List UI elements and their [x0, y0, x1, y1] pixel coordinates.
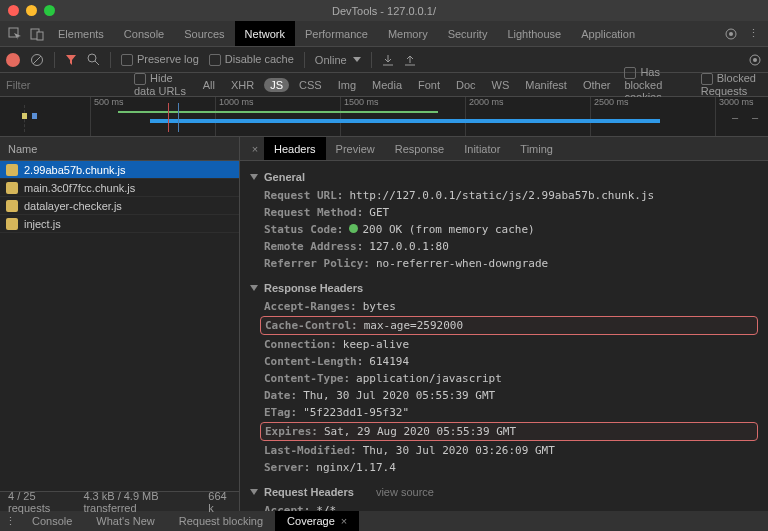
- filter-type-other[interactable]: Other: [577, 78, 617, 92]
- view-source-link[interactable]: view source: [376, 486, 434, 498]
- disable-cache-checkbox[interactable]: Disable cache: [209, 53, 294, 66]
- main-tabs-row: ElementsConsoleSourcesNetworkPerformance…: [0, 21, 768, 47]
- tab-performance[interactable]: Performance: [295, 21, 378, 46]
- tab-elements[interactable]: Elements: [48, 21, 114, 46]
- header-row: ETag:"5f223dd1-95f32": [240, 404, 768, 421]
- settings-gear-icon[interactable]: [720, 21, 742, 46]
- filter-input[interactable]: [6, 79, 126, 91]
- tab-sources[interactable]: Sources: [174, 21, 234, 46]
- drawer-tab-console[interactable]: Console: [20, 511, 84, 531]
- inspect-element-icon[interactable]: [4, 21, 26, 46]
- import-har-icon[interactable]: [382, 54, 394, 66]
- close-drawer-tab-icon[interactable]: ×: [341, 515, 347, 527]
- preserve-log-checkbox[interactable]: Preserve log: [121, 53, 199, 66]
- status-transferred: 4.3 kB / 4.9 MB transferred: [83, 490, 194, 514]
- timeline-tick: 1500 ms: [340, 97, 379, 136]
- request-row[interactable]: inject.js: [0, 215, 239, 233]
- header-row: Cache-Control:max-age=2592000: [260, 316, 758, 335]
- request-row[interactable]: 2.99aba57b.chunk.js: [0, 161, 239, 179]
- export-har-icon[interactable]: [404, 54, 416, 66]
- header-row: Content-Type:application/javascript: [240, 370, 768, 387]
- file-name: main.3c0f7fcc.chunk.js: [24, 182, 135, 194]
- header-row: Referrer Policy:no-referrer-when-downgra…: [240, 255, 768, 272]
- section-header[interactable]: General: [240, 167, 768, 187]
- svg-line-8: [95, 61, 99, 65]
- clear-icon[interactable]: [30, 53, 44, 67]
- filter-type-all[interactable]: All: [197, 78, 221, 92]
- svg-point-10: [753, 58, 757, 62]
- section-header[interactable]: Response Headers: [240, 278, 768, 298]
- header-row: Connection:keep-alive: [240, 336, 768, 353]
- tab-security[interactable]: Security: [438, 21, 498, 46]
- search-icon[interactable]: [87, 53, 100, 66]
- drawer-menu-icon[interactable]: ⋮: [0, 511, 20, 531]
- file-name: datalayer-checker.js: [24, 200, 122, 212]
- header-row: Expires:Sat, 29 Aug 2020 05:55:39 GMT: [260, 422, 758, 441]
- filter-type-doc[interactable]: Doc: [450, 78, 482, 92]
- filter-type-xhr[interactable]: XHR: [225, 78, 260, 92]
- header-row: Content-Length:614194: [240, 353, 768, 370]
- request-row[interactable]: main.3c0f7fcc.chunk.js: [0, 179, 239, 197]
- close-details-icon[interactable]: ×: [246, 137, 264, 160]
- timeline-tick: 1000 ms: [215, 97, 254, 136]
- status-requests: 4 / 25 requests: [8, 490, 69, 514]
- tab-network[interactable]: Network: [235, 21, 295, 46]
- header-row: Accept-Ranges:bytes: [240, 298, 768, 315]
- details-tab-response[interactable]: Response: [385, 137, 455, 160]
- details-tab-initiator[interactable]: Initiator: [454, 137, 510, 160]
- section-header[interactable]: Request Headersview source: [240, 482, 768, 502]
- header-row: Accept:*/*: [240, 502, 768, 511]
- tab-console[interactable]: Console: [114, 21, 174, 46]
- request-list-panel: Name 2.99aba57b.chunk.jsmain.3c0f7fcc.ch…: [0, 137, 240, 511]
- svg-line-6: [33, 56, 41, 64]
- js-file-icon: [6, 200, 18, 212]
- drawer-tab-coverage[interactable]: Coverage×: [275, 511, 359, 531]
- status-bar: 4 / 25 requests 4.3 kB / 4.9 MB transfer…: [0, 491, 239, 511]
- device-toolbar-icon[interactable]: [26, 21, 48, 46]
- filter-row: Hide data URLs AllXHRJSCSSImgMediaFontDo…: [0, 73, 768, 97]
- details-tab-headers[interactable]: Headers: [264, 137, 326, 160]
- name-column-header[interactable]: Name: [0, 137, 239, 161]
- filter-type-font[interactable]: Font: [412, 78, 446, 92]
- timeline-tick: 2500 ms: [590, 97, 629, 136]
- header-row: Remote Address:127.0.0.1:80: [240, 238, 768, 255]
- filter-type-ws[interactable]: WS: [486, 78, 516, 92]
- filter-type-js[interactable]: JS: [264, 78, 289, 92]
- timeline-tick: 2000 ms: [465, 97, 504, 136]
- file-name: 2.99aba57b.chunk.js: [24, 164, 126, 176]
- blocked-requests-checkbox[interactable]: Blocked Requests: [701, 72, 762, 97]
- more-menu-icon[interactable]: ⋮: [742, 21, 764, 46]
- file-name: inject.js: [24, 218, 61, 230]
- details-tab-preview[interactable]: Preview: [326, 137, 385, 160]
- chevron-down-icon: [353, 57, 361, 62]
- filter-type-css[interactable]: CSS: [293, 78, 328, 92]
- drawer-tab-what-s-new[interactable]: What's New: [84, 511, 166, 531]
- throttling-select[interactable]: Online: [315, 54, 361, 66]
- details-tab-timing[interactable]: Timing: [510, 137, 563, 160]
- header-row: Status Code:200 OK (from memory cache): [240, 221, 768, 238]
- hide-data-urls-checkbox[interactable]: Hide data URLs: [134, 72, 189, 97]
- svg-rect-2: [37, 32, 43, 40]
- header-row: Request Method:GET: [240, 204, 768, 221]
- filter-type-media[interactable]: Media: [366, 78, 408, 92]
- filter-type-img[interactable]: Img: [332, 78, 362, 92]
- tab-application[interactable]: Application: [571, 21, 645, 46]
- js-file-icon: [6, 164, 18, 176]
- header-row: Last-Modified:Thu, 30 Jul 2020 03:26:09 …: [240, 442, 768, 459]
- svg-point-7: [88, 54, 96, 62]
- window-titlebar: DevTools - 127.0.0.1/: [0, 0, 768, 21]
- header-row: Server:nginx/1.17.4: [240, 459, 768, 476]
- tab-memory[interactable]: Memory: [378, 21, 438, 46]
- tab-lighthouse[interactable]: Lighthouse: [497, 21, 571, 46]
- filter-icon[interactable]: [65, 54, 77, 66]
- timeline-overview[interactable]: 500 ms1000 ms1500 ms2000 ms2500 ms3000 m…: [0, 97, 768, 137]
- status-resources: 664 k: [208, 490, 231, 514]
- request-details-panel: × HeadersPreviewResponseInitiatorTiming …: [240, 137, 768, 511]
- filter-type-manifest[interactable]: Manifest: [519, 78, 573, 92]
- record-button[interactable]: [6, 53, 20, 67]
- request-row[interactable]: datalayer-checker.js: [0, 197, 239, 215]
- network-settings-gear-icon[interactable]: [748, 53, 762, 67]
- drawer-tab-request-blocking[interactable]: Request blocking: [167, 511, 275, 531]
- drawer-tabs: ⋮ ConsoleWhat's NewRequest blockingCover…: [0, 511, 768, 531]
- timeline-tick: 500 ms: [90, 97, 124, 136]
